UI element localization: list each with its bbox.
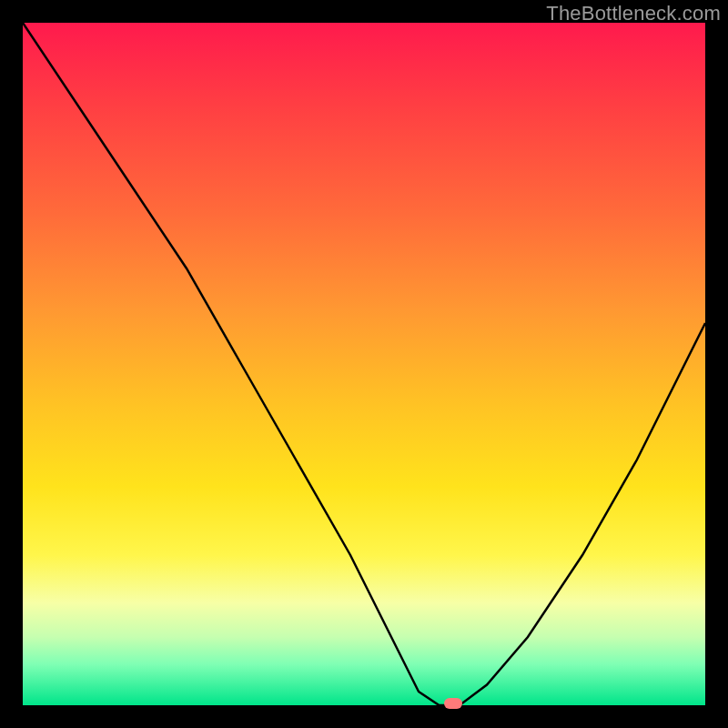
bottleneck-marker [444, 698, 462, 709]
bottleneck-curve [23, 23, 705, 705]
watermark-text: TheBottleneck.com [546, 2, 721, 25]
chart-page: TheBottleneck.com [0, 0, 728, 728]
plot-area [23, 23, 705, 705]
